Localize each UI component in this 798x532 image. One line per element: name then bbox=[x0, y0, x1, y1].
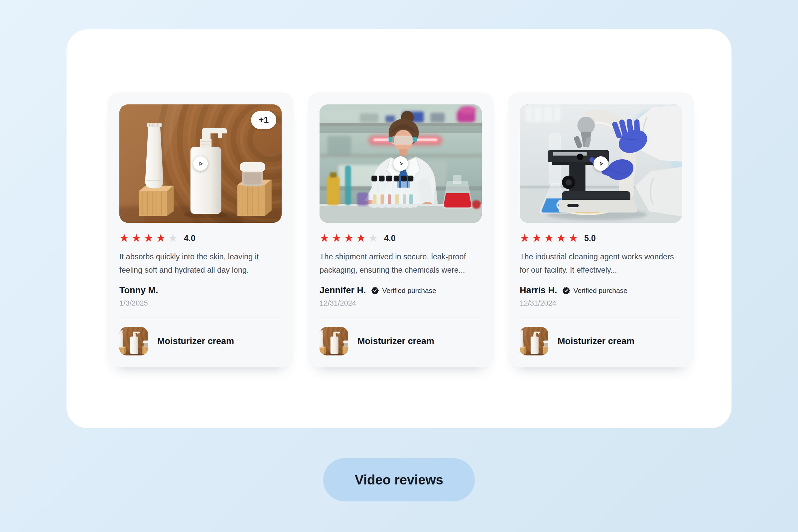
star-rating: ★★★★★ bbox=[520, 233, 578, 243]
author-name: Jennifer H. bbox=[320, 285, 366, 296]
review-video-thumbnail[interactable]: +1 bbox=[119, 104, 282, 223]
play-button[interactable] bbox=[393, 156, 408, 171]
play-icon bbox=[597, 160, 605, 168]
star-icon: ★ bbox=[332, 233, 342, 243]
star-icon: ★ bbox=[119, 233, 129, 243]
verified-check-icon bbox=[562, 286, 571, 295]
star-icon: ★ bbox=[556, 233, 566, 243]
star-icon: ★ bbox=[356, 233, 366, 243]
verified-label: Verified purchase bbox=[382, 287, 436, 294]
product-name: Moisturizer cream bbox=[157, 336, 234, 346]
review-text: The shipment arrived in secure, leak-pro… bbox=[320, 250, 482, 277]
product-thumbnail bbox=[520, 327, 548, 356]
product-thumbnail bbox=[119, 327, 148, 356]
star-icon: ★ bbox=[520, 233, 530, 243]
star-icon: ★ bbox=[156, 233, 166, 243]
product-link[interactable]: Moisturizer cream bbox=[119, 327, 282, 356]
star-icon: ★ bbox=[368, 233, 378, 243]
star-rating: ★★★★★ bbox=[320, 233, 378, 243]
review-date: 1/3/2025 bbox=[119, 299, 282, 307]
review-video-thumbnail[interactable] bbox=[520, 104, 682, 223]
review-video-thumbnail[interactable] bbox=[320, 104, 482, 223]
rating-row: ★★★★★ 5.0 bbox=[520, 233, 682, 243]
product-image bbox=[119, 327, 148, 356]
star-icon: ★ bbox=[168, 233, 178, 243]
rating-row: ★★★★★ 4.0 bbox=[119, 233, 282, 243]
review-text: It absorbs quickly into the skin, leavin… bbox=[119, 250, 282, 277]
product-image bbox=[320, 327, 348, 356]
play-button[interactable] bbox=[593, 156, 608, 171]
verified-badge: Verified purchase bbox=[371, 286, 436, 295]
rating-value: 4.0 bbox=[384, 233, 396, 243]
star-icon: ★ bbox=[132, 233, 141, 243]
rating-value: 5.0 bbox=[584, 233, 596, 243]
video-reviews-button[interactable]: Video reviews bbox=[323, 458, 475, 501]
author-row: Tonny M. bbox=[119, 285, 282, 296]
divider bbox=[119, 318, 282, 318]
play-icon bbox=[397, 160, 405, 168]
play-icon bbox=[197, 160, 205, 168]
rating-value: 4.0 bbox=[184, 233, 195, 243]
verified-label: Verified purchase bbox=[573, 287, 627, 294]
product-image bbox=[520, 327, 548, 356]
star-icon: ★ bbox=[344, 233, 354, 243]
star-icon: ★ bbox=[320, 233, 329, 243]
divider bbox=[520, 318, 682, 318]
product-link[interactable]: Moisturizer cream bbox=[320, 327, 482, 356]
review-card: +1 ★★★★★ 4.0 It absorbs quickly into the… bbox=[108, 92, 293, 367]
author-name: Tonny M. bbox=[119, 285, 158, 296]
divider bbox=[320, 318, 482, 318]
review-text: The industrial cleaning agent works wond… bbox=[520, 250, 682, 277]
author-row: Jennifer H. Verified purchase bbox=[320, 285, 482, 296]
product-thumbnail bbox=[320, 327, 348, 356]
verified-check-icon bbox=[371, 286, 379, 295]
more-media-badge[interactable]: +1 bbox=[251, 111, 276, 129]
review-date: 12/31/2024 bbox=[320, 299, 482, 307]
product-name: Moisturizer cream bbox=[358, 336, 434, 346]
author-row: Harris H. Verified purchase bbox=[520, 285, 682, 296]
play-button[interactable] bbox=[193, 156, 208, 171]
review-card: ★★★★★ 5.0 The industrial cleaning agent … bbox=[508, 92, 694, 367]
verified-badge: Verified purchase bbox=[562, 286, 627, 295]
review-date: 12/31/2024 bbox=[520, 299, 682, 307]
review-card: ★★★★★ 4.0 The shipment arrived in secure… bbox=[307, 92, 494, 367]
review-cards-row: +1 ★★★★★ 4.0 It absorbs quickly into the… bbox=[108, 92, 694, 367]
product-name: Moisturizer cream bbox=[557, 336, 634, 346]
rating-row: ★★★★★ 4.0 bbox=[320, 233, 482, 243]
star-rating: ★★★★★ bbox=[119, 233, 178, 243]
star-icon: ★ bbox=[144, 233, 154, 243]
product-link[interactable]: Moisturizer cream bbox=[520, 327, 682, 356]
star-icon: ★ bbox=[544, 233, 554, 243]
author-name: Harris H. bbox=[520, 285, 557, 296]
star-icon: ★ bbox=[532, 233, 542, 243]
star-icon: ★ bbox=[568, 233, 578, 243]
